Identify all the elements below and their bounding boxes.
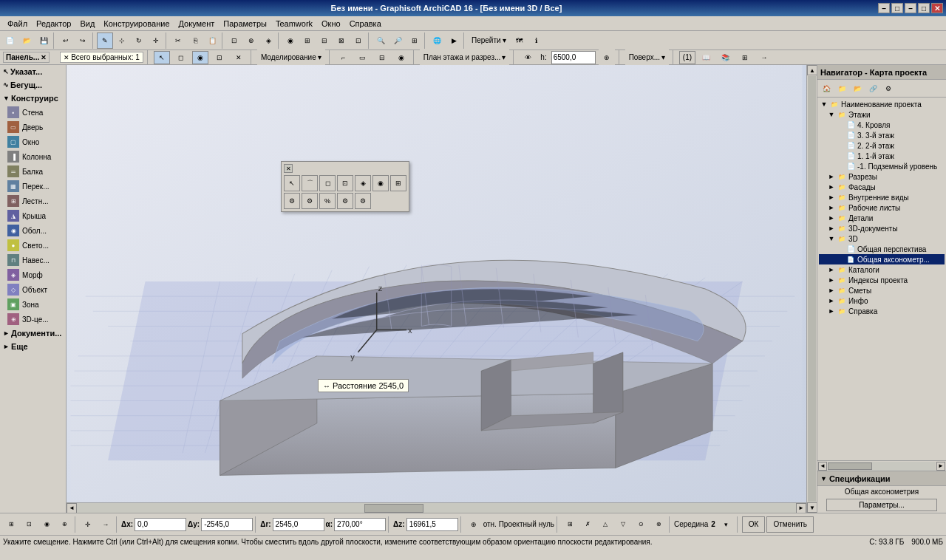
bt-origin-toggle[interactable]: ⊕ bbox=[466, 516, 482, 533]
nav-hscroll[interactable]: ◄ ► bbox=[817, 460, 946, 471]
bt-snap-type2[interactable]: ✗ bbox=[579, 516, 596, 533]
shape-3[interactable]: ⊟ bbox=[374, 51, 390, 64]
menu-file[interactable]: Файл bbox=[3, 18, 32, 30]
tb-detail[interactable]: ⊡ bbox=[350, 33, 367, 49]
shape-1[interactable]: ⌐ bbox=[336, 51, 352, 64]
panel-item-wall[interactable]: ▪ Стена bbox=[0, 105, 66, 120]
viewport-vscroll[interactable]: ▲ ▼ bbox=[806, 65, 817, 513]
tree-expand-estimates[interactable]: ► bbox=[828, 287, 835, 294]
panel-section-construct[interactable]: ▼ Конструирс bbox=[0, 92, 66, 105]
tree-indexes[interactable]: ► 📁 Индексы проекта bbox=[819, 275, 945, 285]
da-input[interactable] bbox=[334, 518, 386, 531]
bt-snap-type1[interactable]: ⊞ bbox=[562, 516, 578, 533]
bt-snap3[interactable]: ◉ bbox=[38, 516, 55, 533]
panel-item-docs[interactable]: ► Документи... bbox=[0, 327, 66, 340]
tb-anim[interactable]: ▶ bbox=[446, 33, 462, 49]
tb-nav-icon[interactable]: 🗺 bbox=[511, 33, 527, 49]
tree-expand-indexes[interactable]: ► bbox=[828, 276, 835, 284]
tree-expand-sections[interactable]: ► bbox=[828, 173, 835, 180]
ft-btn-grid[interactable]: ⊞ bbox=[390, 175, 406, 191]
bt-snap-type5[interactable]: ⊙ bbox=[633, 516, 649, 533]
spec-params-button[interactable]: Параметры... bbox=[826, 499, 936, 511]
tree-root[interactable]: ▼ 📁 Наименование проекта bbox=[819, 99, 945, 109]
menu-edit[interactable]: Редактор bbox=[32, 18, 75, 30]
nav-btn-folder[interactable]: 📁 bbox=[834, 81, 849, 96]
tree-expand-floors[interactable]: ▼ bbox=[828, 111, 835, 118]
inner-max[interactable]: □ bbox=[918, 3, 930, 13]
menu-options[interactable]: Параметры bbox=[219, 18, 271, 30]
tree-perspective[interactable]: 📄 Общая перспектива bbox=[819, 244, 945, 254]
panel-item-zone[interactable]: ▣ Зона bbox=[0, 297, 66, 312]
tree-floor-4[interactable]: 📄 4. Кровля bbox=[819, 120, 945, 130]
view-tab-close[interactable]: ✕ bbox=[64, 54, 69, 61]
bt-snap2[interactable]: ⊡ bbox=[21, 516, 37, 533]
tree-floor-2[interactable]: 📄 2. 2-й этаж bbox=[819, 140, 945, 151]
panel-item-stair[interactable]: ⊞ Лестн... bbox=[0, 194, 66, 208]
hscroll-thumb[interactable] bbox=[364, 504, 423, 513]
tree-details[interactable]: ► 📁 Детали bbox=[819, 213, 945, 223]
nav-btn-new[interactable]: 📂 bbox=[850, 81, 865, 96]
ft-btn-gear1[interactable]: ⚙ bbox=[284, 193, 300, 209]
tree-expand-worksheets[interactable]: ► bbox=[828, 204, 835, 211]
shape-4[interactable]: ◉ bbox=[393, 51, 409, 64]
tree-sections[interactable]: ► 📁 Разрезы bbox=[819, 171, 945, 182]
ft-btn-copy[interactable]: ⊡ bbox=[337, 175, 353, 191]
menu-document[interactable]: Документ bbox=[174, 18, 220, 30]
cancel-button[interactable]: Отменить bbox=[766, 516, 814, 533]
bt-snap4[interactable]: ⊕ bbox=[56, 516, 72, 533]
tb-eye[interactable]: 👁 bbox=[520, 51, 536, 64]
tb-book[interactable]: 📖 bbox=[698, 51, 715, 64]
maximize-button[interactable]: □ bbox=[891, 3, 903, 13]
tb-nav[interactable]: (1) bbox=[679, 51, 695, 64]
tb-snap2[interactable]: ⊕ bbox=[243, 33, 259, 49]
tb-snap[interactable]: ⊡ bbox=[226, 33, 242, 49]
ft-btn-pct[interactable]: % bbox=[319, 193, 336, 209]
shape-2[interactable]: ▭ bbox=[355, 51, 371, 64]
tb-3d[interactable]: ◉ bbox=[282, 33, 299, 49]
bt-snap-type4[interactable]: ▽ bbox=[615, 516, 631, 533]
tb-arrow-r[interactable]: → bbox=[756, 51, 772, 64]
nav-hscroll-thumb[interactable] bbox=[828, 462, 872, 470]
tb-open[interactable]: 📂 bbox=[18, 33, 35, 49]
nav-hscroll-right[interactable]: ► bbox=[936, 462, 945, 471]
tb-redo[interactable]: ↪ bbox=[75, 33, 91, 49]
panel-tab[interactable]: Панель... ✕ bbox=[3, 52, 50, 63]
hscroll-left[interactable]: ◄ bbox=[67, 503, 77, 513]
panel-item-canopy[interactable]: ⊓ Навес... bbox=[0, 253, 66, 267]
tree-estimates[interactable]: ► 📁 Сметы bbox=[819, 285, 945, 296]
tb-zoom-in[interactable]: 🔍 bbox=[372, 33, 389, 49]
ft-btn-arc[interactable]: ⌒ bbox=[302, 175, 318, 191]
dz-input[interactable] bbox=[406, 518, 458, 531]
minimize-button[interactable]: – bbox=[878, 3, 890, 13]
tb-layout[interactable]: ⊞ bbox=[737, 51, 753, 64]
height-input[interactable] bbox=[551, 51, 596, 64]
dr-input[interactable] bbox=[273, 518, 324, 531]
panel-item-window[interactable]: ▢ Окно bbox=[0, 134, 66, 149]
float-toolbar-close[interactable]: ✕ bbox=[284, 164, 293, 173]
tb-marquee[interactable]: ⊹ bbox=[114, 33, 130, 49]
nav-btn-home[interactable]: 🏠 bbox=[819, 81, 834, 96]
tree-expand-help[interactable]: ► bbox=[828, 307, 835, 315]
tree-expand-3ddocs[interactable]: ► bbox=[828, 225, 835, 232]
menu-window[interactable]: Окно bbox=[317, 18, 345, 30]
bt-snap-type3[interactable]: △ bbox=[597, 516, 613, 533]
tree-expand-root[interactable]: ▼ bbox=[820, 100, 828, 108]
height-toggle[interactable]: ⊕ bbox=[599, 49, 615, 66]
spec-expand[interactable]: ▼ bbox=[820, 475, 827, 482]
nav-hscroll-left[interactable]: ◄ bbox=[818, 462, 827, 471]
tree-catalogs[interactable]: ► 📁 Каталоги bbox=[819, 264, 945, 275]
viewport[interactable]: x z y ✕ ↖ ⌒ ◻ ⊡ ◈ ◉ ⊞ bbox=[67, 65, 806, 513]
menu-view[interactable]: Вид bbox=[75, 18, 99, 30]
tb-zoom-out[interactable]: 🔎 bbox=[389, 33, 406, 49]
panel-item-3dcut[interactable]: ⊕ 3D-це... bbox=[0, 312, 66, 327]
tb-book2[interactable]: 📚 bbox=[718, 51, 734, 64]
nav-btn-settings[interactable]: ⚙ bbox=[881, 81, 896, 96]
tb-fit[interactable]: ⊞ bbox=[406, 33, 423, 49]
tb-elev[interactable]: ⊟ bbox=[316, 33, 333, 49]
tb-paste[interactable]: 📋 bbox=[204, 33, 220, 49]
panel-close-icon[interactable]: ✕ bbox=[41, 54, 47, 61]
vscroll-down[interactable]: ▼ bbox=[807, 502, 817, 513]
tree-floor-1[interactable]: 📄 1. 1-й этаж bbox=[819, 151, 945, 161]
ft-btn-3d[interactable]: ◈ bbox=[355, 175, 371, 191]
tb-new[interactable]: 📄 bbox=[1, 33, 18, 49]
